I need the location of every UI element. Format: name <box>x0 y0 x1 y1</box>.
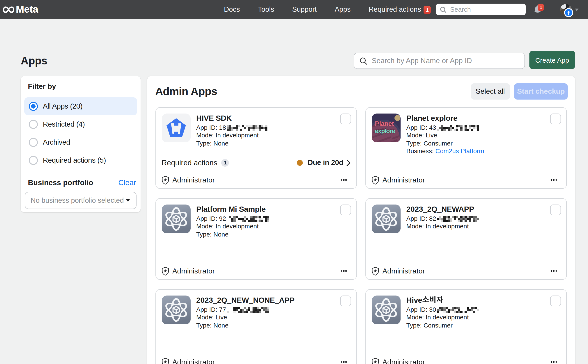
app-id-label: App ID: <box>406 124 427 131</box>
app-menu-button[interactable] <box>551 179 557 181</box>
nav-item-apps[interactable]: Apps <box>335 5 351 13</box>
nav-item-tools[interactable]: Tools <box>258 5 274 13</box>
radio-icon[interactable] <box>29 156 38 165</box>
app-card-3: Platform Mi Sample App ID: 92Mode: In de… <box>155 198 357 280</box>
app-card-2: Planet explore Planet explore App ID: 43… <box>366 107 567 188</box>
mode-value: In development <box>425 222 469 230</box>
app-role: Administrator <box>383 358 425 364</box>
mode-label: Mode: <box>196 131 214 139</box>
app-meta: App ID: 18Mode: In developmentType: None <box>196 124 337 147</box>
type-value: Consumer <box>424 139 453 147</box>
app-card-5: 2023_2Q_NEW_NONE_APP App ID: 77Mode: Liv… <box>155 289 357 364</box>
nav-item-required-actions[interactable]: Required actions 1 <box>369 5 431 14</box>
due-label: Due in 20d <box>308 159 343 167</box>
censored-app-id <box>437 306 479 312</box>
type-value: None <box>213 321 229 329</box>
type-line: Type: None <box>196 139 337 147</box>
app-meta: App ID: 30Mode: In developmentType: Cons… <box>406 306 547 329</box>
business-portfolio-row: Business portfolio Clear <box>28 178 136 187</box>
admin-apps-title: Admin Apps <box>155 85 217 98</box>
radio-selected-icon[interactable] <box>29 102 38 110</box>
app-id-line: App ID: 82 <box>406 215 547 222</box>
app-checkbox[interactable] <box>550 113 561 124</box>
type-line: Type: Consumer <box>406 321 547 329</box>
filter-option-label: Required actions (5) <box>43 156 106 164</box>
svg-text:Planet: Planet <box>375 120 394 127</box>
app-checkbox[interactable] <box>550 295 561 306</box>
radio-icon[interactable] <box>29 138 38 147</box>
meta-logo[interactable]: Meta <box>3 0 38 19</box>
start-checkup-button[interactable]: Start checkup <box>514 83 568 100</box>
radio-icon[interactable] <box>29 120 38 129</box>
type-value: None <box>213 230 229 238</box>
app-menu-button[interactable] <box>551 270 557 272</box>
app-icon-default <box>162 204 190 233</box>
business-link[interactable]: Com2us Platform <box>436 147 484 155</box>
admin-shield-icon <box>371 358 379 364</box>
mode-label: Mode: <box>196 222 214 230</box>
app-card-footer: Administrator <box>366 262 567 279</box>
type-value: None <box>213 139 229 147</box>
mode-line: Mode: In development <box>406 313 547 321</box>
app-menu-button[interactable] <box>340 270 347 272</box>
app-menu-button[interactable] <box>340 179 347 181</box>
app-id-label: App ID: <box>196 215 217 222</box>
censored-app-id <box>227 124 269 130</box>
app-card-footer: Administrator <box>156 353 356 364</box>
type-line: Type: Consumer <box>406 139 547 147</box>
select-all-button[interactable]: Select all <box>471 83 510 100</box>
navbar-search <box>436 4 526 15</box>
mode-value: In development <box>216 222 259 230</box>
clear-link[interactable]: Clear <box>118 178 136 187</box>
notifications-button[interactable]: 1 <box>533 5 548 17</box>
mode-label: Mode: <box>406 131 424 139</box>
app-name: Hive <box>406 295 547 305</box>
navbar-search-input[interactable] <box>450 6 518 13</box>
app-icon-default <box>162 295 190 324</box>
nav-item-support[interactable]: Support <box>292 5 317 13</box>
svg-text:explore: explore <box>375 128 395 134</box>
type-label: Type: <box>196 230 212 238</box>
filter-option-restricted-4[interactable]: Restricted (4) <box>24 115 137 133</box>
app-checkbox[interactable] <box>340 204 351 215</box>
app-checkbox[interactable] <box>340 113 351 124</box>
nav-item-docs[interactable]: Docs <box>224 5 240 13</box>
app-checkbox[interactable] <box>550 204 561 215</box>
mode-label: Mode: <box>406 313 424 321</box>
filter-option-label: All Apps (20) <box>43 102 82 110</box>
app-menu-button[interactable] <box>551 361 557 363</box>
app-icon-default <box>372 204 401 233</box>
page: Meta Docs Tools Support Apps Required ac… <box>0 0 588 364</box>
admin-shield-icon <box>371 176 379 184</box>
app-card-footer: Administrator <box>156 262 356 279</box>
mode-label: Mode: <box>196 313 214 321</box>
admin-shield-icon <box>161 176 169 184</box>
app-meta: App ID: 92Mode: In developmentType: None <box>196 215 337 238</box>
facebook-badge-icon <box>565 9 572 16</box>
account-chevron-down-icon[interactable] <box>575 9 579 11</box>
app-id-label: App ID: <box>196 306 217 313</box>
app-search-input[interactable] <box>372 57 519 65</box>
app-icon-planet: Planet explore <box>372 113 401 142</box>
type-line: Type: None <box>196 230 337 238</box>
mode-line: Mode: Live <box>196 313 337 321</box>
chevron-right-icon <box>346 159 351 166</box>
app-id-prefix: 82 <box>429 215 436 222</box>
filter-option-archived[interactable]: Archived <box>24 133 137 151</box>
app-name: Planet explore <box>406 113 547 123</box>
app-card-6: Hive App ID: 30Mode: In developmentType:… <box>366 289 567 364</box>
app-checkbox[interactable] <box>340 295 351 306</box>
mode-line: Mode: In development <box>196 131 337 139</box>
required-actions-row[interactable]: Required actions1Due in 20d <box>156 152 356 172</box>
filter-option-all-apps-20[interactable]: All Apps (20) <box>24 97 137 115</box>
business-portfolio-select[interactable]: No business portfolio selected <box>25 192 137 209</box>
type-label: Type: <box>196 321 212 329</box>
nav-item-required-actions-label: Required actions <box>369 5 421 13</box>
app-name: HIVE SDK <box>196 113 337 123</box>
app-menu-button[interactable] <box>340 361 347 363</box>
create-app-button[interactable]: Create App <box>529 51 575 69</box>
filter-option-required-actions-5[interactable]: Required actions (5) <box>24 151 137 169</box>
app-card-footer: Administrator <box>366 353 567 364</box>
app-meta: App ID: 82Mode: In development <box>406 215 547 230</box>
navbar-menu: Docs Tools Support Apps Required actions… <box>224 0 431 19</box>
